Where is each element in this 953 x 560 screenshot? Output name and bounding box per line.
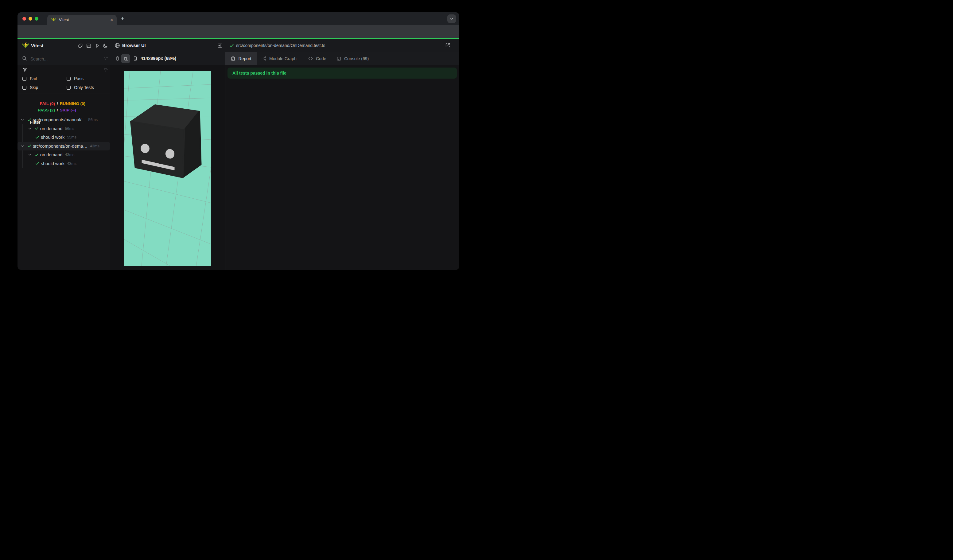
- pass-check-icon: [35, 161, 39, 166]
- run-all-play-icon[interactable]: [95, 43, 100, 48]
- tab-code-label: Code: [316, 56, 326, 61]
- tab-search-button[interactable]: [447, 14, 456, 23]
- tab-strip: Vitest × +: [17, 12, 459, 25]
- all-tests-passed-banner: All tests passed in this file: [228, 68, 457, 79]
- tab-report[interactable]: Report: [225, 52, 257, 65]
- checkbox-icon[interactable]: [67, 77, 71, 81]
- console-icon: [337, 56, 341, 61]
- tree-row-suite[interactable]: on demand 43ms: [17, 150, 110, 159]
- test-tree: src/components/manual/… 56ms on demand 5…: [17, 115, 110, 168]
- pass-check-icon: [27, 118, 31, 122]
- code-icon: [308, 56, 313, 61]
- checkbox-icon[interactable]: [67, 86, 71, 90]
- chevron-down-icon[interactable]: [20, 118, 24, 122]
- report-clipboard-icon: [231, 56, 236, 61]
- traffic-minimize-button[interactable]: [29, 17, 32, 20]
- chevron-down-icon[interactable]: [28, 127, 32, 130]
- checkbox-icon[interactable]: [22, 86, 26, 90]
- filter-checkbox-fail[interactable]: Fail: [22, 76, 37, 81]
- open-panel-right-icon[interactable]: [217, 43, 223, 48]
- viewport-add-icon[interactable]: [121, 54, 130, 63]
- browser-tab[interactable]: Vitest ×: [47, 15, 117, 25]
- tab-console[interactable]: Console (69): [337, 52, 369, 65]
- tab-module-graph[interactable]: Module Graph: [261, 52, 296, 65]
- chevron-down-icon[interactable]: [20, 144, 24, 148]
- file-pass-check-icon: [229, 43, 234, 48]
- dashboard-icon[interactable]: [86, 43, 92, 48]
- tab-report-label: Report: [238, 56, 251, 61]
- test-file-name: src/components/manual/…: [33, 117, 86, 122]
- tab-title: Vitest: [59, 15, 69, 25]
- stats-separator: /: [57, 101, 58, 106]
- search-input[interactable]: [30, 52, 89, 65]
- skip-count: SKIP (--): [60, 108, 76, 112]
- test-file-name: src/components/on-dema…: [33, 144, 87, 149]
- browser-toolbar: localhost:5173/#/?file=1828625563: [17, 25, 459, 38]
- tree-row-file[interactable]: src/components/manual/… 56ms: [17, 115, 110, 124]
- fail-count: FAIL (0): [17, 101, 55, 106]
- open-external-icon[interactable]: [445, 42, 451, 48]
- test-duration: 55ms: [67, 135, 76, 140]
- pass-check-icon: [27, 144, 31, 148]
- panel-divider[interactable]: [225, 39, 225, 270]
- stats-line-1: FAIL (0) / RUNNING (0): [17, 101, 110, 107]
- stats-line-2: PASS (2) / SKIP (--): [17, 107, 110, 113]
- viewport-minus-icon[interactable]: [133, 56, 138, 61]
- chevron-down-icon: [450, 17, 454, 21]
- tested-app-viewport[interactable]: [124, 71, 211, 266]
- tree-row-test[interactable]: should work 55ms: [17, 133, 110, 142]
- dark-mode-moon-icon[interactable]: [102, 43, 108, 48]
- clear-filter-icon[interactable]: [103, 56, 109, 61]
- test-case-name: should work: [41, 135, 64, 140]
- app-title: Vitest: [31, 39, 43, 52]
- filter-section: Filter Fail Pass Skip Only Tests: [17, 65, 110, 94]
- tree-row-file-selected[interactable]: src/components/on-dema… 43ms: [17, 142, 110, 151]
- checkbox-icon[interactable]: [22, 77, 26, 81]
- second-header-row: 414x896px (68%) Report Module Graph Code: [17, 52, 459, 65]
- filter-pass-label: Pass: [74, 76, 84, 81]
- test-case-name: should work: [41, 161, 64, 166]
- filter-funnel-icon: [22, 67, 27, 72]
- test-duration: 43ms: [67, 161, 76, 166]
- traffic-zoom-button[interactable]: [35, 17, 38, 20]
- report-tab-bar: Report Module Graph Code Console (69): [225, 52, 459, 65]
- test-duration: 56ms: [65, 127, 75, 131]
- running-count: RUNNING (0): [60, 101, 85, 106]
- viewport-small-icon[interactable]: [115, 56, 120, 61]
- test-duration: 43ms: [65, 153, 75, 157]
- globe-icon: [114, 42, 120, 48]
- app-header: Vitest Browser UI src/components/on-dema…: [17, 39, 459, 52]
- stats-separator: /: [57, 108, 58, 112]
- browser-ui-panel-title: Browser UI: [122, 39, 146, 52]
- filter-checkbox-only-tests[interactable]: Only Tests: [67, 85, 94, 90]
- vitest-favicon: [51, 17, 56, 22]
- tab-console-label: Console (69): [344, 56, 369, 61]
- report-content-area: [225, 65, 459, 270]
- test-duration: 56ms: [88, 118, 98, 122]
- pass-check-icon: [35, 127, 39, 130]
- filter-fail-label: Fail: [30, 76, 37, 81]
- new-tab-button[interactable]: +: [121, 12, 124, 25]
- collapse-panels-icon[interactable]: [78, 43, 83, 48]
- filter-checkbox-pass[interactable]: Pass: [67, 76, 84, 81]
- tab-code[interactable]: Code: [308, 52, 326, 65]
- module-graph-icon: [261, 56, 267, 61]
- test-stats: FAIL (0) / RUNNING (0) PASS (2) / SKIP (…: [17, 101, 110, 113]
- vitest-logo: [22, 42, 29, 49]
- filter-checkbox-skip[interactable]: Skip: [22, 85, 38, 90]
- tab-close-icon[interactable]: ×: [110, 15, 113, 25]
- viewport-size-label: 414x896px (68%): [141, 52, 176, 65]
- filter-clear-icon[interactable]: [103, 68, 109, 73]
- tree-row-test[interactable]: should work 43ms: [17, 159, 110, 168]
- browser-window: Vitest × + localhost:5173/#/?file=182862…: [17, 12, 459, 270]
- test-suite-name: on demand: [40, 152, 63, 157]
- filter-skip-label: Skip: [30, 85, 38, 90]
- tab-module-graph-label: Module Graph: [269, 56, 296, 61]
- pass-count: PASS (2): [17, 108, 55, 112]
- traffic-close-button[interactable]: [22, 17, 26, 20]
- pass-check-icon: [35, 135, 39, 140]
- tree-row-suite[interactable]: on demand 56ms: [17, 124, 110, 133]
- pass-check-icon: [35, 153, 39, 157]
- chevron-down-icon[interactable]: [28, 153, 32, 157]
- search-icon: [22, 56, 27, 61]
